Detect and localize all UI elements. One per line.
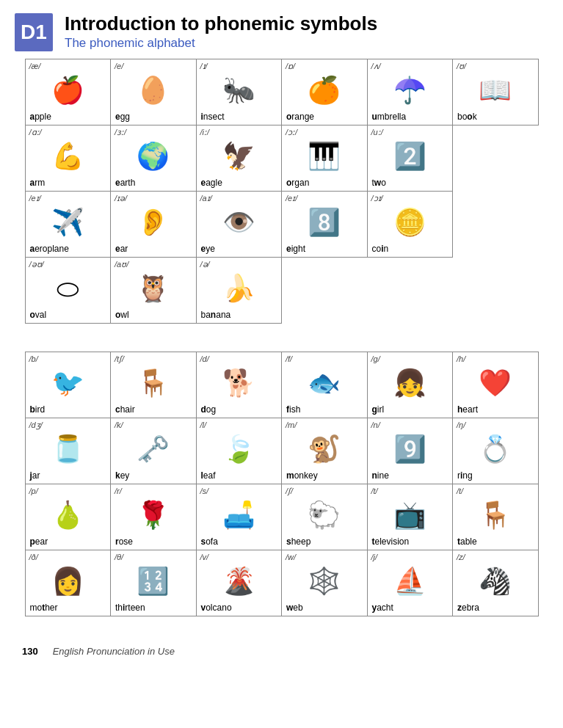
table-cell: /ʊ/📖book — [453, 59, 539, 125]
cell-illustration: 🍐 — [30, 495, 106, 535]
cell-label: nine — [372, 470, 389, 481]
phonemic-symbol: /ʌ/ — [371, 62, 381, 71]
cell-illustration: 🎹 — [286, 136, 363, 176]
table-cell: /ə/🍌banana — [196, 258, 282, 324]
cell-illustration: 🪑 — [457, 495, 534, 535]
cell-label: eye — [201, 244, 215, 254]
section-badge: D1 — [15, 13, 53, 51]
cell-illustration: 🦅 — [201, 136, 277, 176]
cell-illustration: ⛵ — [372, 561, 448, 601]
cell-illustration: 🦓 — [457, 561, 534, 601]
cell-illustration: ❤️ — [457, 363, 534, 403]
table-cell: /d/🐕dog — [196, 352, 282, 418]
table-cell: /eɪ/✈️aeroplane — [25, 192, 111, 258]
table-cell: /ʌ/☂️umbrella — [367, 59, 453, 125]
cell-illustration: 🪑 — [115, 363, 192, 403]
cell-illustration: 🐒 — [286, 429, 363, 469]
table-cell: /eɪ/8️⃣eight — [282, 192, 368, 258]
cell-label: fish — [286, 404, 300, 415]
table-cell: /ɪ/🐜insect — [196, 59, 282, 125]
table-cell: /ɔɪ/🪙coin — [367, 192, 453, 258]
cell-label: owl — [115, 310, 129, 320]
cell-label: girl — [372, 404, 385, 415]
cell-label: orange — [286, 112, 314, 122]
cell-label: insect — [201, 112, 225, 122]
cell-label: bird — [30, 404, 46, 415]
phonemic-symbol: /ə/ — [200, 260, 210, 269]
phonemic-symbol: /uː/ — [371, 128, 383, 137]
cell-illustration: 9️⃣ — [372, 429, 448, 469]
cell-label: yacht — [372, 603, 393, 613]
phonemic-symbol: /r/ — [115, 487, 122, 495]
phonemic-symbol: /ɪə/ — [115, 194, 127, 203]
table-cell: /ɑː/💪arm — [25, 125, 111, 192]
cell-illustration: 🍎 — [30, 70, 106, 110]
cell-illustration: 📖 — [457, 70, 534, 110]
cell-illustration: 🐟 — [286, 363, 363, 403]
table-cell: /g/👧girl — [367, 352, 453, 418]
cell-label: zebra — [457, 603, 479, 613]
table-cell: /v/🌋volcano — [196, 550, 282, 616]
phonemic-symbol: /aɪ/ — [200, 194, 212, 203]
table-cell: /w/🕸️web — [282, 550, 368, 616]
cell-label: earth — [115, 178, 135, 188]
cell-illustration: 🕸️ — [286, 561, 363, 601]
cell-label: umbrella — [372, 112, 407, 122]
cell-illustration: 🍃 — [201, 429, 277, 469]
phonemic-symbol: /ŋ/ — [457, 421, 465, 429]
phonemic-symbol: /k/ — [115, 421, 123, 429]
phonemic-symbol: /e/ — [115, 62, 123, 70]
vowels-section: /æ/🍎apple/e/🥚egg/ɪ/🐜insect/ɒ/🍊orange/ʌ/☂… — [22, 59, 541, 324]
table-cell: /r/🌹rose — [111, 484, 197, 550]
phonemic-symbol: /ɪ/ — [200, 62, 208, 71]
page-footer: 130 English Pronunciation in Use — [0, 638, 563, 664]
phonemic-symbol: /m/ — [286, 421, 297, 429]
cell-illustration: 🌹 — [115, 495, 192, 535]
cell-label: table — [457, 536, 477, 547]
cell-illustration: 👁️ — [201, 202, 277, 242]
table-cell: /z/🦓zebra — [453, 550, 539, 616]
cell-illustration: 🐑 — [286, 495, 363, 535]
table-cell: /h/❤️heart — [453, 352, 539, 418]
table-cell: /ɜː/🌍earth — [111, 125, 197, 192]
cell-label: egg — [115, 112, 130, 122]
phonemic-symbol: /w/ — [286, 553, 296, 561]
cell-label: ring — [457, 470, 473, 481]
cell-label: key — [115, 470, 129, 481]
cell-label: arm — [30, 178, 46, 188]
table-cell — [282, 258, 368, 324]
cell-label: ear — [115, 244, 128, 254]
cell-illustration: 🛋️ — [201, 495, 277, 535]
phonemic-symbol: /g/ — [371, 354, 380, 363]
table-cell: /əʊ/⬭oval — [25, 258, 111, 324]
cell-illustration: 🦉 — [115, 268, 192, 308]
phonemic-symbol: /ʊ/ — [457, 62, 466, 71]
cell-illustration: 🫙 — [30, 429, 106, 469]
cell-illustration: 🗝️ — [115, 429, 192, 469]
phonemic-symbol: /ɔː/ — [286, 128, 297, 137]
cell-label: aeroplane — [30, 244, 69, 254]
table-cell: /k/🗝️key — [111, 418, 197, 484]
table-cell: /m/🐒monkey — [282, 418, 368, 484]
phonemic-symbol: /n/ — [371, 421, 380, 429]
phonemic-symbol: /aʊ/ — [115, 260, 128, 269]
page-number: 130 — [22, 646, 38, 657]
phonemic-symbol: /ɑː/ — [29, 128, 42, 137]
cell-illustration: 🌋 — [201, 561, 277, 601]
table-cell — [453, 258, 539, 324]
cell-illustration: 🍌 — [201, 268, 277, 308]
cell-illustration: 🪙 — [372, 202, 448, 242]
cell-label: banana — [201, 310, 231, 320]
cell-illustration: 🐕 — [201, 363, 277, 403]
cell-illustration: ✈️ — [30, 202, 106, 242]
phonemic-symbol: /l/ — [200, 421, 207, 429]
phonemic-symbol: /j/ — [371, 553, 378, 561]
phonemic-symbol: /ɒ/ — [286, 62, 295, 71]
phonemic-symbol: /tʃ/ — [115, 354, 124, 364]
cell-label: rose — [115, 536, 133, 547]
table-cell: /t/🪑table — [453, 484, 539, 550]
table-cell: /iː/🦅eagle — [196, 125, 282, 192]
cell-illustration: 🐜 — [201, 70, 277, 110]
cell-label: sofa — [201, 536, 218, 547]
table-cell: /æ/🍎apple — [25, 59, 111, 125]
